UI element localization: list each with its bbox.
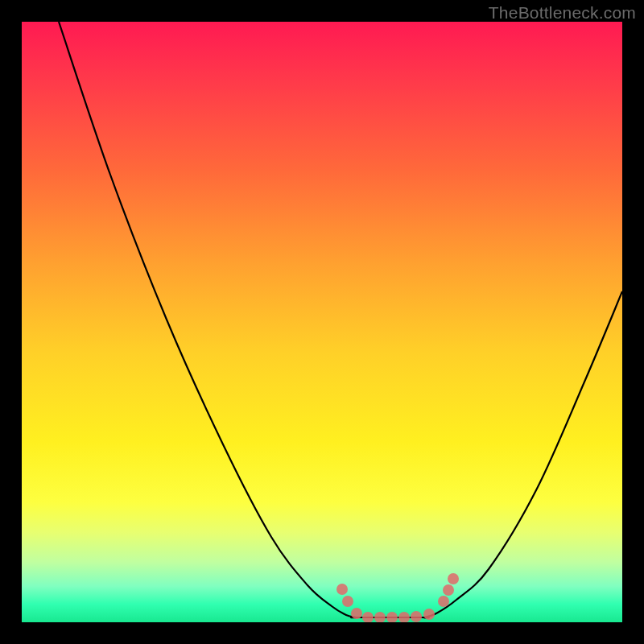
data-point-marker: [336, 584, 348, 595]
data-point-marker: [443, 584, 454, 596]
data-point-marker: [438, 596, 449, 607]
data-point-marker: [411, 611, 422, 622]
chart-plot-area: [22, 22, 622, 622]
data-point-marker: [374, 612, 386, 622]
data-point-marker: [386, 612, 398, 622]
data-point-marker: [398, 612, 410, 622]
data-point-marker: [362, 612, 374, 622]
data-point-marker: [423, 609, 435, 620]
bottleneck-curve: [22, 22, 622, 622]
bottleneck-line: [59, 22, 622, 617]
watermark-text: TheBottleneck.com: [489, 3, 636, 23]
data-point-marker: [351, 608, 362, 619]
data-point-marker: [342, 596, 353, 607]
data-point-marker: [448, 573, 459, 584]
